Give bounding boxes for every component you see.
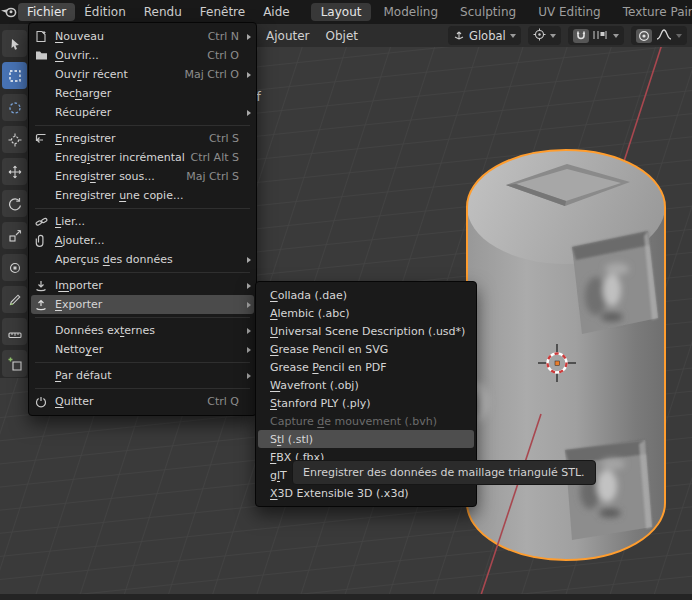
add-primitive-tool-button[interactable] (2, 350, 27, 377)
annotate-tool-button[interactable] (2, 286, 27, 313)
proportional-editing-controls[interactable] (631, 26, 687, 45)
chevron-down-icon (676, 34, 682, 38)
tab-modeling[interactable]: Modeling (373, 3, 448, 21)
stl-tooltip: Enregistrer des données de maillage tria… (292, 460, 596, 485)
submenu-item-collada[interactable]: Collada (.dae) (256, 286, 476, 304)
menu-separator (35, 208, 250, 209)
snapping-controls[interactable] (568, 26, 624, 45)
menu-item-donnees-externes[interactable]: Données externes (29, 321, 256, 340)
chevron-down-icon (613, 34, 619, 38)
menu-item-recuperer[interactable]: Récupérer (29, 103, 256, 122)
export-icon (35, 299, 55, 311)
menu-item-quitter[interactable]: Quitter Ctrl Q (29, 392, 256, 411)
submenu-item-stl[interactable]: Stl (.stl) (258, 430, 474, 448)
menu-separator (35, 362, 250, 363)
submenu-item-x3d[interactable]: X3D Extensible 3D (.x3d) (256, 484, 476, 502)
menu-item-ajouter[interactable]: Ajouter... (29, 231, 256, 250)
chevron-down-icon (510, 34, 516, 38)
face-panel-upper (572, 231, 658, 334)
orientation-label: Global (469, 29, 506, 43)
tweak-tool-button[interactable] (2, 30, 27, 57)
menu-aide[interactable]: Aide (254, 3, 299, 21)
submenu-item-grease-pencil-svg[interactable]: Grease Pencil en SVG (256, 340, 476, 358)
topbar: Fichier Édition Rendu Fenêtre Aide Layou… (0, 0, 692, 24)
submenu-item-usd[interactable]: Universal Scene Description (.usd*) (256, 322, 476, 340)
menu-separator (35, 125, 250, 126)
status-strip (0, 594, 692, 600)
tab-texture-paint[interactable]: Texture Paint (613, 3, 692, 21)
move-tool-button[interactable] (2, 158, 27, 185)
menu-item-enregistrer-copie[interactable]: Enregistrer une copie... (29, 186, 256, 205)
scale-tool-button[interactable] (2, 222, 27, 249)
pivot-point-icon (533, 26, 546, 45)
cursor-tool-button[interactable] (2, 126, 27, 153)
object-menu[interactable]: Objet (318, 27, 366, 45)
menu-item-ouvrir[interactable]: Ouvrir... Ctrl O (29, 46, 256, 65)
tab-uv-editing[interactable]: UV Editing (528, 3, 611, 21)
snap-target-icon (593, 26, 609, 45)
transform-tool-button[interactable] (2, 254, 27, 281)
menu-item-apercus-donnees[interactable]: Aperçus des données (29, 250, 256, 269)
menu-item-nettoyer[interactable]: Nettoyer (29, 340, 256, 359)
menu-item-ouvrir-recent[interactable]: Ouvrir récent Maj Ctrl O (29, 65, 256, 84)
new-file-icon (35, 30, 55, 43)
blender-window: atif Ajouter Objet Global (0, 0, 692, 600)
menu-item-enregistrer-incremental[interactable]: Enregistrer incrémental Ctrl Alt S (29, 148, 256, 167)
submenu-item-alembic[interactable]: Alembic (.abc) (256, 304, 476, 322)
tool-shelf (0, 24, 28, 378)
append-paperclip-icon (35, 234, 55, 247)
import-icon (35, 280, 55, 292)
menu-rendu[interactable]: Rendu (135, 3, 191, 21)
pivot-point-dropdown[interactable] (528, 26, 561, 45)
tab-layout[interactable]: Layout (311, 3, 372, 21)
falloff-curve-icon (656, 26, 672, 45)
menu-item-par-defaut[interactable]: Par défaut (29, 366, 256, 385)
file-menu-panel: Nouveau Ctrl N Ouvrir... Ctrl O Ouvrir r… (28, 22, 257, 416)
menu-item-exporter[interactable]: Exporter (31, 295, 254, 314)
menu-item-importer[interactable]: Importer (29, 276, 256, 295)
add-menu[interactable]: Ajouter (258, 27, 318, 45)
face-panel-lower (565, 440, 652, 540)
orientation-axes-icon (453, 26, 465, 45)
submenu-item-wavefront-obj[interactable]: Wavefront (.obj) (256, 376, 476, 394)
rotate-tool-button[interactable] (2, 190, 27, 217)
submenu-item-stanford-ply[interactable]: Stanford PLY (.ply) (256, 394, 476, 412)
menu-separator (35, 388, 250, 389)
transform-orientation-dropdown[interactable]: Global (448, 26, 521, 45)
tooltip-text: Enregistrer des données de maillage tria… (303, 466, 585, 479)
menu-item-recharger[interactable]: Recharger (29, 84, 256, 103)
submenu-item-motion-capture-bvh: Capture de mouvement (.bvh) (256, 412, 476, 430)
menu-edition[interactable]: Édition (75, 3, 135, 21)
workspace-tabs: Layout Modeling Sculpting UV Editing Tex… (311, 3, 692, 21)
menu-item-nouveau[interactable]: Nouveau Ctrl N (29, 27, 256, 46)
magnet-icon[interactable] (573, 29, 589, 43)
measure-tool-button[interactable] (2, 318, 27, 345)
tab-sculpting[interactable]: Sculpting (450, 3, 526, 21)
save-icon (35, 133, 55, 145)
menu-separator (35, 317, 250, 318)
folder-open-icon (35, 50, 55, 61)
menu-fichier[interactable]: Fichier (18, 3, 75, 21)
menu-separator (35, 272, 250, 273)
submenu-item-grease-pencil-pdf[interactable]: Grease Pencil en PDF (256, 358, 476, 376)
blender-logo (0, 0, 18, 24)
menu-fenetre[interactable]: Fenêtre (191, 3, 254, 21)
select-box-tool-button[interactable] (2, 62, 27, 89)
menu-item-enregistrer-sous[interactable]: Enregistrer sous... Maj Ctrl S (29, 167, 256, 186)
power-icon (35, 396, 55, 408)
menu-item-enregistrer[interactable]: Enregistrer Ctrl S (29, 129, 256, 148)
chevron-down-icon (550, 34, 556, 38)
menu-item-lier[interactable]: Lier... (29, 212, 256, 231)
link-icon (35, 216, 55, 228)
proportional-editing-icon[interactable] (636, 29, 652, 43)
select-circle-tool-button[interactable] (2, 94, 27, 121)
